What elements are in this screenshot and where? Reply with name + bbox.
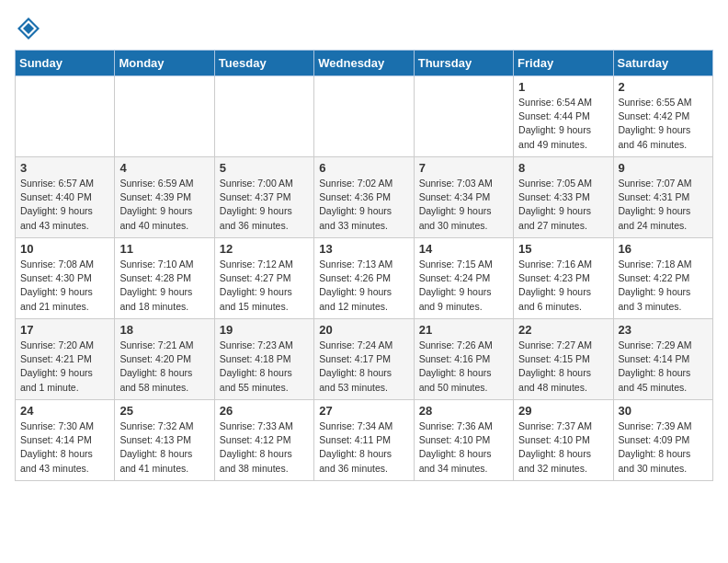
day-info: Sunrise: 7:24 AMSunset: 4:17 PMDaylight:…: [319, 339, 408, 395]
calendar-cell: 14Sunrise: 7:15 AMSunset: 4:24 PMDayligh…: [414, 238, 513, 319]
day-number: 7: [419, 161, 508, 175]
day-number: 2: [619, 80, 708, 94]
day-info: Sunrise: 7:13 AMSunset: 4:26 PMDaylight:…: [319, 258, 408, 314]
calendar-header-row: SundayMondayTuesdayWednesdayThursdayFrid…: [16, 51, 713, 76]
day-info: Sunrise: 7:36 AMSunset: 4:10 PMDaylight:…: [419, 419, 508, 476]
calendar-cell: 4Sunrise: 6:59 AMSunset: 4:39 PMDaylight…: [115, 157, 214, 238]
calendar-cell: 30Sunrise: 7:39 AMSunset: 4:09 PMDayligh…: [613, 400, 712, 481]
day-number: 9: [619, 161, 708, 175]
calendar-week-row: 1Sunrise: 6:54 AMSunset: 4:44 PMDaylight…: [16, 76, 713, 157]
day-info: Sunrise: 7:10 AMSunset: 4:28 PMDaylight:…: [119, 258, 209, 314]
day-number: 30: [619, 404, 708, 418]
day-number: 3: [20, 161, 109, 175]
header-wednesday: Wednesday: [314, 51, 414, 76]
calendar-week-row: 10Sunrise: 7:08 AMSunset: 4:30 PMDayligh…: [16, 238, 713, 319]
day-number: 23: [619, 323, 708, 337]
calendar-cell: 2Sunrise: 6:55 AMSunset: 4:42 PMDaylight…: [613, 76, 712, 157]
calendar-cell: 10Sunrise: 7:08 AMSunset: 4:30 PMDayligh…: [16, 238, 115, 319]
day-info: Sunrise: 7:05 AMSunset: 4:33 PMDaylight:…: [518, 177, 608, 233]
calendar-cell: 15Sunrise: 7:16 AMSunset: 4:23 PMDayligh…: [514, 238, 613, 319]
day-number: 27: [319, 404, 408, 418]
calendar-week-row: 17Sunrise: 7:20 AMSunset: 4:21 PMDayligh…: [16, 319, 713, 400]
day-number: 25: [119, 404, 209, 418]
day-info: Sunrise: 7:30 AMSunset: 4:14 PMDaylight:…: [20, 419, 109, 476]
day-info: Sunrise: 7:12 AMSunset: 4:27 PMDaylight:…: [220, 258, 309, 314]
day-number: 16: [619, 242, 708, 256]
day-number: 1: [518, 80, 608, 94]
day-info: Sunrise: 7:32 AMSunset: 4:13 PMDaylight:…: [119, 419, 209, 476]
header-thursday: Thursday: [414, 51, 513, 76]
calendar-cell: 18Sunrise: 7:21 AMSunset: 4:20 PMDayligh…: [115, 319, 214, 400]
day-info: Sunrise: 7:18 AMSunset: 4:22 PMDaylight:…: [619, 258, 708, 314]
day-number: 12: [220, 242, 309, 256]
calendar-cell: [214, 76, 313, 157]
calendar-cell: [16, 76, 115, 157]
day-info: Sunrise: 7:21 AMSunset: 4:20 PMDaylight:…: [119, 339, 209, 395]
day-info: Sunrise: 7:27 AMSunset: 4:15 PMDaylight:…: [518, 339, 608, 395]
calendar-cell: [414, 76, 513, 157]
calendar-cell: 21Sunrise: 7:26 AMSunset: 4:16 PMDayligh…: [414, 319, 513, 400]
header-sunday: Sunday: [16, 51, 115, 76]
day-info: Sunrise: 7:26 AMSunset: 4:16 PMDaylight:…: [419, 339, 508, 395]
calendar-table: SundayMondayTuesdayWednesdayThursdayFrid…: [15, 50, 713, 481]
calendar-cell: 5Sunrise: 7:00 AMSunset: 4:37 PMDaylight…: [214, 157, 313, 238]
day-number: 26: [220, 404, 309, 418]
day-number: 6: [319, 161, 408, 175]
day-number: 24: [20, 404, 109, 418]
day-number: 22: [518, 323, 608, 337]
header-saturday: Saturday: [613, 51, 712, 76]
day-number: 28: [419, 404, 508, 418]
day-number: 5: [220, 161, 309, 175]
day-number: 15: [518, 242, 608, 256]
calendar-week-row: 3Sunrise: 6:57 AMSunset: 4:40 PMDaylight…: [16, 157, 713, 238]
calendar-cell: 29Sunrise: 7:37 AMSunset: 4:10 PMDayligh…: [514, 400, 613, 481]
day-info: Sunrise: 7:07 AMSunset: 4:31 PMDaylight:…: [619, 177, 708, 233]
day-info: Sunrise: 7:20 AMSunset: 4:21 PMDaylight:…: [20, 339, 109, 395]
calendar-cell: 3Sunrise: 6:57 AMSunset: 4:40 PMDaylight…: [16, 157, 115, 238]
day-info: Sunrise: 7:00 AMSunset: 4:37 PMDaylight:…: [220, 177, 309, 233]
calendar-cell: 7Sunrise: 7:03 AMSunset: 4:34 PMDaylight…: [414, 157, 513, 238]
day-info: Sunrise: 6:59 AMSunset: 4:39 PMDaylight:…: [119, 177, 209, 233]
calendar-cell: 9Sunrise: 7:07 AMSunset: 4:31 PMDaylight…: [613, 157, 712, 238]
day-number: 21: [419, 323, 508, 337]
day-info: Sunrise: 7:08 AMSunset: 4:30 PMDaylight:…: [20, 258, 109, 314]
day-number: 19: [220, 323, 309, 337]
day-info: Sunrise: 6:57 AMSunset: 4:40 PMDaylight:…: [20, 177, 109, 233]
calendar-cell: 11Sunrise: 7:10 AMSunset: 4:28 PMDayligh…: [115, 238, 214, 319]
day-number: 13: [319, 242, 408, 256]
day-number: 17: [20, 323, 109, 337]
calendar-cell: 19Sunrise: 7:23 AMSunset: 4:18 PMDayligh…: [214, 319, 313, 400]
calendar-cell: 6Sunrise: 7:02 AMSunset: 4:36 PMDaylight…: [314, 157, 414, 238]
day-info: Sunrise: 7:34 AMSunset: 4:11 PMDaylight:…: [319, 419, 408, 476]
day-info: Sunrise: 7:29 AMSunset: 4:14 PMDaylight:…: [619, 339, 708, 395]
day-info: Sunrise: 7:23 AMSunset: 4:18 PMDaylight:…: [220, 339, 309, 395]
calendar-cell: [115, 76, 214, 157]
calendar-cell: 13Sunrise: 7:13 AMSunset: 4:26 PMDayligh…: [314, 238, 414, 319]
day-info: Sunrise: 6:55 AMSunset: 4:42 PMDaylight:…: [619, 96, 708, 152]
calendar-cell: 28Sunrise: 7:36 AMSunset: 4:10 PMDayligh…: [414, 400, 513, 481]
day-number: 20: [319, 323, 408, 337]
day-number: 14: [419, 242, 508, 256]
logo-icon: [15, 15, 42, 42]
page-header: [15, 15, 713, 42]
calendar-cell: 1Sunrise: 6:54 AMSunset: 4:44 PMDaylight…: [514, 76, 613, 157]
calendar-cell: 24Sunrise: 7:30 AMSunset: 4:14 PMDayligh…: [16, 400, 115, 481]
day-number: 18: [119, 323, 209, 337]
header-monday: Monday: [115, 51, 214, 76]
day-info: Sunrise: 7:39 AMSunset: 4:09 PMDaylight:…: [619, 419, 708, 476]
day-info: Sunrise: 7:37 AMSunset: 4:10 PMDaylight:…: [518, 419, 608, 476]
day-number: 10: [20, 242, 109, 256]
calendar-cell: 8Sunrise: 7:05 AMSunset: 4:33 PMDaylight…: [514, 157, 613, 238]
calendar-cell: 12Sunrise: 7:12 AMSunset: 4:27 PMDayligh…: [214, 238, 313, 319]
logo: [15, 15, 44, 42]
calendar-cell: 22Sunrise: 7:27 AMSunset: 4:15 PMDayligh…: [514, 319, 613, 400]
day-number: 4: [119, 161, 209, 175]
header-tuesday: Tuesday: [214, 51, 313, 76]
calendar-cell: [314, 76, 414, 157]
calendar-cell: 25Sunrise: 7:32 AMSunset: 4:13 PMDayligh…: [115, 400, 214, 481]
day-number: 11: [119, 242, 209, 256]
day-info: Sunrise: 7:33 AMSunset: 4:12 PMDaylight:…: [220, 419, 309, 476]
calendar-cell: 17Sunrise: 7:20 AMSunset: 4:21 PMDayligh…: [16, 319, 115, 400]
day-number: 29: [518, 404, 608, 418]
calendar-cell: 16Sunrise: 7:18 AMSunset: 4:22 PMDayligh…: [613, 238, 712, 319]
